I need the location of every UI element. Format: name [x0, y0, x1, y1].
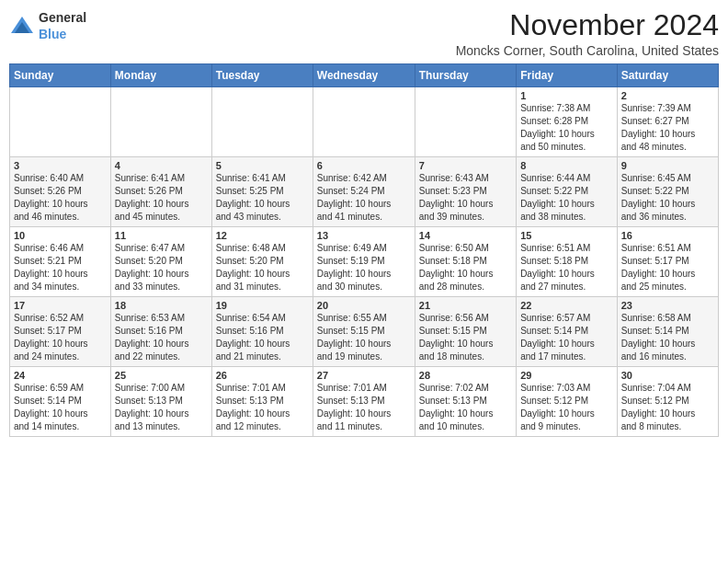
- day-number: 28: [419, 370, 512, 381]
- calendar-cell: 20Sunrise: 6:55 AM Sunset: 5:15 PM Dayli…: [313, 297, 415, 367]
- calendar-cell: [10, 87, 111, 157]
- day-number: 27: [317, 370, 411, 381]
- calendar-cell: 28Sunrise: 7:02 AM Sunset: 5:13 PM Dayli…: [415, 367, 516, 437]
- calendar-cell: 4Sunrise: 6:41 AM Sunset: 5:26 PM Daylig…: [110, 157, 211, 227]
- day-info: Sunrise: 7:01 AM Sunset: 5:13 PM Dayligh…: [216, 382, 309, 433]
- day-number: 13: [317, 230, 411, 241]
- calendar-week-row: 1Sunrise: 7:38 AM Sunset: 6:28 PM Daylig…: [10, 87, 719, 157]
- location-title: Moncks Corner, South Carolina, United St…: [456, 43, 719, 58]
- day-info: Sunrise: 6:59 AM Sunset: 5:14 PM Dayligh…: [14, 382, 107, 433]
- day-info: Sunrise: 6:57 AM Sunset: 5:14 PM Dayligh…: [520, 312, 613, 363]
- calendar-cell: 19Sunrise: 6:54 AM Sunset: 5:16 PM Dayli…: [211, 297, 313, 367]
- day-number: 17: [14, 300, 107, 311]
- page-header: General Blue November 2024 Moncks Corner…: [9, 9, 719, 58]
- calendar-week-row: 24Sunrise: 6:59 AM Sunset: 5:14 PM Dayli…: [10, 367, 719, 437]
- logo-icon: [9, 15, 35, 37]
- day-info: Sunrise: 6:54 AM Sunset: 5:16 PM Dayligh…: [216, 312, 309, 363]
- calendar-cell: 13Sunrise: 6:49 AM Sunset: 5:19 PM Dayli…: [313, 227, 415, 297]
- day-info: Sunrise: 6:41 AM Sunset: 5:26 PM Dayligh…: [115, 172, 208, 224]
- day-number: 11: [115, 230, 208, 241]
- calendar-cell: [415, 87, 516, 157]
- day-number: 9: [621, 160, 714, 171]
- day-info: Sunrise: 6:43 AM Sunset: 5:23 PM Dayligh…: [419, 172, 512, 224]
- calendar-cell: [313, 87, 415, 157]
- day-number: 19: [216, 300, 309, 311]
- day-info: Sunrise: 6:58 AM Sunset: 5:14 PM Dayligh…: [621, 312, 714, 363]
- calendar-cell: 27Sunrise: 7:01 AM Sunset: 5:13 PM Dayli…: [313, 367, 415, 437]
- weekday-header-sunday: Sunday: [10, 64, 111, 87]
- calendar-cell: 18Sunrise: 6:53 AM Sunset: 5:16 PM Dayli…: [110, 297, 211, 367]
- calendar-cell: 15Sunrise: 6:51 AM Sunset: 5:18 PM Dayli…: [517, 227, 618, 297]
- logo: General Blue: [9, 9, 86, 42]
- day-info: Sunrise: 6:51 AM Sunset: 5:18 PM Dayligh…: [520, 242, 613, 293]
- day-number: 20: [317, 300, 411, 311]
- day-info: Sunrise: 6:44 AM Sunset: 5:22 PM Dayligh…: [520, 172, 613, 224]
- day-info: Sunrise: 6:50 AM Sunset: 5:18 PM Dayligh…: [419, 242, 512, 293]
- day-info: Sunrise: 6:49 AM Sunset: 5:19 PM Dayligh…: [317, 242, 411, 293]
- day-number: 8: [520, 160, 613, 171]
- logo-text: General Blue: [39, 9, 86, 42]
- day-number: 4: [115, 160, 208, 171]
- calendar-cell: 8Sunrise: 6:44 AM Sunset: 5:22 PM Daylig…: [517, 157, 618, 227]
- day-number: 6: [317, 160, 411, 171]
- day-number: 12: [216, 230, 309, 241]
- day-number: 1: [520, 90, 613, 101]
- day-number: 16: [621, 230, 714, 241]
- calendar-cell: 30Sunrise: 7:04 AM Sunset: 5:12 PM Dayli…: [617, 367, 718, 437]
- calendar-cell: 21Sunrise: 6:56 AM Sunset: 5:15 PM Dayli…: [415, 297, 516, 367]
- day-info: Sunrise: 7:38 AM Sunset: 6:28 PM Dayligh…: [520, 102, 613, 154]
- calendar-week-row: 17Sunrise: 6:52 AM Sunset: 5:17 PM Dayli…: [10, 297, 719, 367]
- day-number: 15: [520, 230, 613, 241]
- day-info: Sunrise: 6:45 AM Sunset: 5:22 PM Dayligh…: [621, 172, 714, 224]
- day-info: Sunrise: 6:51 AM Sunset: 5:17 PM Dayligh…: [621, 242, 714, 293]
- day-number: 5: [216, 160, 309, 171]
- weekday-header-saturday: Saturday: [617, 64, 718, 87]
- day-info: Sunrise: 7:03 AM Sunset: 5:12 PM Dayligh…: [520, 382, 613, 433]
- calendar-cell: 26Sunrise: 7:01 AM Sunset: 5:13 PM Dayli…: [211, 367, 313, 437]
- day-info: Sunrise: 6:52 AM Sunset: 5:17 PM Dayligh…: [14, 312, 107, 363]
- weekday-header-tuesday: Tuesday: [211, 64, 313, 87]
- day-number: 23: [621, 300, 714, 311]
- day-info: Sunrise: 6:46 AM Sunset: 5:21 PM Dayligh…: [14, 242, 107, 293]
- calendar-cell: 5Sunrise: 6:41 AM Sunset: 5:25 PM Daylig…: [211, 157, 313, 227]
- weekday-header-friday: Friday: [517, 64, 618, 87]
- calendar-cell: 11Sunrise: 6:47 AM Sunset: 5:20 PM Dayli…: [110, 227, 211, 297]
- calendar-cell: 10Sunrise: 6:46 AM Sunset: 5:21 PM Dayli…: [10, 227, 111, 297]
- day-number: 29: [520, 370, 613, 381]
- day-info: Sunrise: 7:02 AM Sunset: 5:13 PM Dayligh…: [419, 382, 512, 433]
- day-info: Sunrise: 7:04 AM Sunset: 5:12 PM Dayligh…: [621, 382, 714, 433]
- calendar-cell: 14Sunrise: 6:50 AM Sunset: 5:18 PM Dayli…: [415, 227, 516, 297]
- day-number: 25: [115, 370, 208, 381]
- calendar-cell: 12Sunrise: 6:48 AM Sunset: 5:20 PM Dayli…: [211, 227, 313, 297]
- calendar-cell: 16Sunrise: 6:51 AM Sunset: 5:17 PM Dayli…: [617, 227, 718, 297]
- day-info: Sunrise: 6:47 AM Sunset: 5:20 PM Dayligh…: [115, 242, 208, 293]
- weekday-header-wednesday: Wednesday: [313, 64, 415, 87]
- day-info: Sunrise: 7:00 AM Sunset: 5:13 PM Dayligh…: [115, 382, 208, 433]
- day-number: 10: [14, 230, 107, 241]
- calendar-cell: 17Sunrise: 6:52 AM Sunset: 5:17 PM Dayli…: [10, 297, 111, 367]
- calendar-table: SundayMondayTuesdayWednesdayThursdayFrid…: [9, 63, 719, 437]
- day-number: 22: [520, 300, 613, 311]
- calendar-cell: [110, 87, 211, 157]
- calendar-cell: 9Sunrise: 6:45 AM Sunset: 5:22 PM Daylig…: [617, 157, 718, 227]
- day-info: Sunrise: 6:53 AM Sunset: 5:16 PM Dayligh…: [115, 312, 208, 363]
- calendar-week-row: 3Sunrise: 6:40 AM Sunset: 5:26 PM Daylig…: [10, 157, 719, 227]
- calendar-cell: 23Sunrise: 6:58 AM Sunset: 5:14 PM Dayli…: [617, 297, 718, 367]
- day-number: 30: [621, 370, 714, 381]
- calendar-cell: 22Sunrise: 6:57 AM Sunset: 5:14 PM Dayli…: [517, 297, 618, 367]
- calendar-cell: 24Sunrise: 6:59 AM Sunset: 5:14 PM Dayli…: [10, 367, 111, 437]
- day-number: 24: [14, 370, 107, 381]
- title-block: November 2024 Moncks Corner, South Carol…: [456, 9, 719, 58]
- weekday-header-monday: Monday: [110, 64, 211, 87]
- day-number: 18: [115, 300, 208, 311]
- day-info: Sunrise: 6:41 AM Sunset: 5:25 PM Dayligh…: [216, 172, 309, 224]
- day-number: 7: [419, 160, 512, 171]
- calendar-cell: 29Sunrise: 7:03 AM Sunset: 5:12 PM Dayli…: [517, 367, 618, 437]
- logo-blue: Blue: [39, 27, 66, 41]
- day-number: 3: [14, 160, 107, 171]
- calendar-week-row: 10Sunrise: 6:46 AM Sunset: 5:21 PM Dayli…: [10, 227, 719, 297]
- day-info: Sunrise: 6:56 AM Sunset: 5:15 PM Dayligh…: [419, 312, 512, 363]
- day-info: Sunrise: 6:42 AM Sunset: 5:24 PM Dayligh…: [317, 172, 411, 224]
- calendar-cell: 25Sunrise: 7:00 AM Sunset: 5:13 PM Dayli…: [110, 367, 211, 437]
- day-number: 21: [419, 300, 512, 311]
